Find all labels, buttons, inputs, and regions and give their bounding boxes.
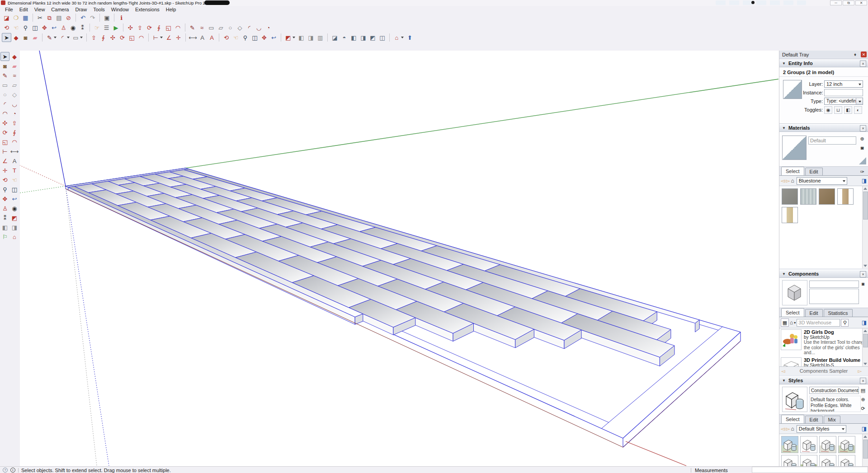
component-description-field[interactable] — [809, 289, 859, 304]
zoom-window-icon[interactable]: ◫ — [250, 33, 259, 42]
material-swatch-bluestone-strip-tan[interactable] — [837, 188, 854, 205]
update-style-icon[interactable]: ⊕ — [859, 395, 867, 403]
zoom-extents-icon[interactable]: ✥ — [259, 33, 269, 42]
tape-measure-icon[interactable]: ⊢ — [151, 33, 160, 42]
menu-draw[interactable]: Draw — [72, 7, 90, 12]
polygon-icon[interactable]: ◇ — [235, 23, 245, 32]
forward-arrow-icon[interactable]: ▻ — [786, 178, 790, 184]
text-icon[interactable]: A — [198, 33, 207, 42]
sampler-next-icon[interactable]: ▻ — [858, 368, 862, 374]
pan-icon[interactable]: ☜ — [231, 33, 241, 42]
tape-measure-tool[interactable]: ⊢ — [0, 147, 9, 156]
two-point-arc-icon[interactable]: ◡ — [254, 23, 264, 32]
menu-edit[interactable]: Edit — [16, 7, 31, 12]
back-arrow-icon[interactable]: ◅ — [781, 426, 785, 432]
move-tool[interactable]: ✣ — [0, 118, 9, 127]
position-camera-icon[interactable]: ♙ — [59, 23, 68, 32]
tray-close-button[interactable]: ✕ — [861, 52, 867, 57]
layer-combobox[interactable]: 12 inch — [824, 80, 863, 88]
push-pull-icon[interactable]: ⇧ — [89, 33, 99, 42]
polygon-tool[interactable]: ◇ — [10, 90, 19, 99]
erase-icon[interactable]: ⊘ — [64, 13, 73, 22]
rotate-icon[interactable]: ⟳ — [118, 33, 127, 42]
components-tab-edit[interactable]: Edit — [805, 309, 823, 317]
rectangle-icon[interactable]: ▭ — [207, 23, 216, 32]
menu-camera[interactable]: Camera — [48, 7, 72, 12]
open-icon[interactable]: ❍ — [11, 13, 21, 22]
credits-info-icon[interactable]: i — [10, 468, 15, 473]
dimension-icon[interactable]: ⟷ — [188, 33, 198, 42]
display-section-planes-icon[interactable]: ◧ — [297, 33, 306, 42]
close-button[interactable]: ✕ — [855, 0, 867, 5]
freehand-tool[interactable]: ≈ — [10, 71, 19, 80]
warehouse-search-input[interactable]: 3D Warehouse — [797, 319, 840, 327]
make-component-tool[interactable]: ◆ — [10, 52, 19, 61]
front-view-icon[interactable]: ◧ — [349, 33, 359, 42]
paste-icon[interactable]: ▤ — [54, 13, 64, 22]
zoom-extents-icon[interactable]: ✥ — [40, 23, 49, 32]
display-secondary-pane-icon[interactable]: ▤ — [859, 386, 867, 394]
follow-me-icon[interactable]: ∮ — [154, 23, 164, 32]
right-view-icon[interactable]: ◨ — [359, 33, 368, 42]
component-list-item[interactable]: 2D Girls Dogby SketchUpUse the Interact … — [779, 328, 868, 356]
entity-info-header[interactable]: ▼ Entity Info ✕ — [779, 59, 868, 67]
styles-tab-mix[interactable]: Mix — [824, 416, 840, 423]
view-options-button[interactable]: ▦ — [781, 318, 789, 327]
3d-text-tool[interactable]: T — [10, 166, 19, 175]
menu-help[interactable]: Help — [163, 7, 179, 12]
look-around-tool[interactable]: ◉ — [10, 204, 19, 213]
protractor-tool[interactable]: ∠ — [0, 156, 9, 165]
section-plane-icon[interactable]: ◩ — [283, 33, 293, 42]
line-icon[interactable]: ✎ — [188, 23, 197, 32]
three-point-arc-tool[interactable]: ◠ — [0, 109, 9, 118]
menu-window[interactable]: Window — [108, 7, 132, 12]
viewport-canvas[interactable] — [20, 51, 779, 466]
orbit-icon[interactable]: ⟲ — [2, 23, 11, 32]
materials-header[interactable]: ▼ Materials ✕ — [779, 124, 868, 132]
style-tile[interactable] — [781, 436, 798, 453]
display-section-cuts-tool[interactable]: ◨ — [10, 223, 19, 232]
left-view-icon[interactable]: ◫ — [377, 33, 387, 42]
in-model-icon[interactable]: ◨ — [862, 319, 867, 326]
add-location-tool[interactable]: ⚐ — [0, 232, 9, 241]
component-lock-button[interactable]: ◙ — [859, 280, 867, 288]
style-tile[interactable] — [800, 436, 817, 453]
select-tool[interactable]: ➤ — [0, 52, 9, 61]
entity-info-close-button[interactable]: ✕ — [860, 61, 866, 67]
in-model-icon[interactable]: ◨ — [862, 178, 867, 184]
materials-tab-select[interactable]: Select — [781, 167, 804, 175]
home-dropdown-caret[interactable]: ▾ — [794, 321, 796, 325]
top-view-icon[interactable]: ◓ — [340, 33, 349, 42]
axes-icon[interactable]: ✛ — [174, 33, 183, 42]
refresh-style-icon[interactable]: ⟳ — [859, 404, 867, 412]
save-icon[interactable]: ▦ — [21, 13, 30, 22]
component-name-field[interactable] — [809, 281, 859, 288]
material-swatch-bluestone-gray[interactable] — [782, 188, 798, 205]
display-section-cuts-icon[interactable]: ◨ — [306, 33, 316, 42]
undo-icon[interactable]: ↶ — [78, 13, 88, 22]
previous-view-tool[interactable]: ↩ — [10, 194, 19, 203]
push-pull-tool[interactable]: ⇧ — [10, 118, 19, 127]
arc-tools-icon[interactable]: ◜ — [58, 33, 67, 42]
get-models-icon[interactable]: ⌂ — [392, 33, 401, 42]
zoom-window-tool[interactable]: ◫ — [10, 185, 19, 194]
line-tools-icon[interactable]: ✎ — [45, 33, 54, 42]
components-tab-select[interactable]: Select — [781, 308, 804, 317]
receive-shadows-toggle-icon[interactable]: ◐ — [854, 106, 862, 114]
search-icon[interactable]: ⚲ — [841, 319, 849, 327]
follow-me-icon[interactable]: ∮ — [99, 33, 108, 42]
rectangle-tool[interactable]: ▭ — [0, 80, 9, 89]
rotated-rectangle-icon[interactable]: ▱ — [216, 23, 226, 32]
model-info-icon[interactable]: ℹ — [117, 13, 126, 22]
style-tile[interactable] — [819, 436, 836, 453]
component-list-item[interactable]: 3D Printer Build Volumeby SketchUp-S... — [779, 356, 868, 367]
3d-text-icon[interactable]: A — [207, 33, 217, 42]
look-around-icon[interactable]: ◉ — [68, 23, 78, 32]
styles-close-button[interactable]: ✕ — [860, 378, 866, 384]
material-swatch-bluestone-striped[interactable] — [800, 188, 816, 205]
scale-icon[interactable]: ◱ — [127, 33, 137, 42]
rotate-icon[interactable]: ⟳ — [145, 23, 154, 32]
protractor-icon[interactable]: ∠ — [164, 33, 174, 42]
pan-icon[interactable]: ☜ — [11, 23, 21, 32]
eraser-tool[interactable]: ▰ — [10, 61, 19, 70]
